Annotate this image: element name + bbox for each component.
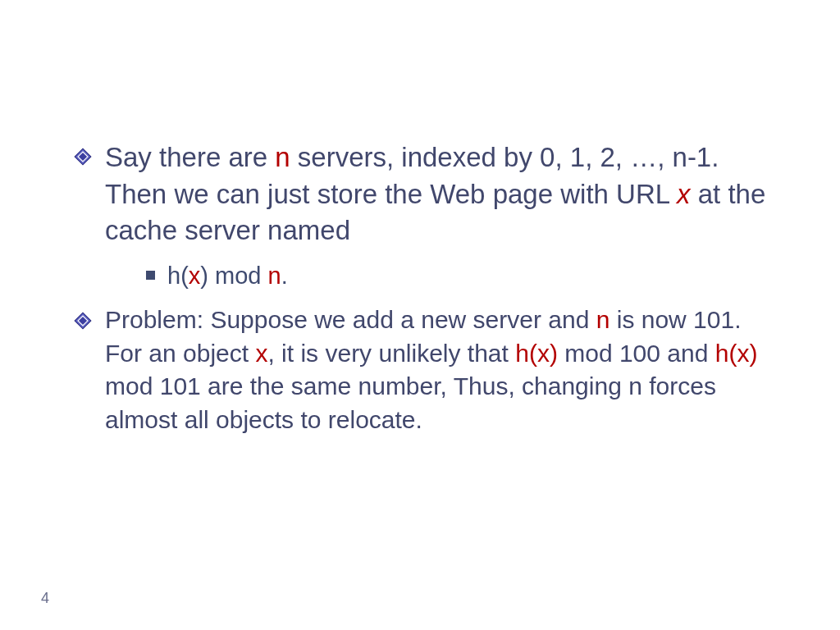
diamond-bullet-icon bbox=[74, 312, 92, 330]
s1-p3: . bbox=[281, 262, 288, 289]
bullet1-text: Say there are n servers, indexed by 0, 1… bbox=[105, 142, 765, 245]
b2-hx2: h(x) bbox=[715, 340, 758, 367]
s1-x: x bbox=[189, 262, 201, 289]
b2-p1: Problem: Suppose we add a new server and bbox=[105, 306, 596, 333]
main-bullet-list: Say there are n servers, indexed by 0, 1… bbox=[74, 139, 766, 436]
b2-x: x bbox=[255, 340, 267, 367]
b2-p3: , it is very unlikely that bbox=[267, 340, 515, 367]
s1-p1: h( bbox=[167, 262, 189, 289]
bullet-item-2: Problem: Suppose we add a new server and… bbox=[74, 304, 766, 436]
b2-hx1: h(x) bbox=[515, 340, 558, 367]
s1-p2: ) mod bbox=[200, 262, 267, 289]
b2-n1: n bbox=[596, 306, 610, 333]
diamond-bullet-icon bbox=[74, 148, 92, 166]
bullet-item-1: Say there are n servers, indexed by 0, 1… bbox=[74, 139, 766, 249]
page-number: 4 bbox=[41, 590, 49, 607]
sub-bullet-list: h(x) mod n. bbox=[74, 259, 766, 293]
bullet2-text: Problem: Suppose we add a new server and… bbox=[105, 306, 757, 433]
b2-p4: mod 100 and bbox=[558, 340, 715, 367]
sub-bullet-item-1: h(x) mod n. bbox=[146, 259, 766, 293]
b1-x: x bbox=[677, 179, 691, 209]
slide-body: Say there are n servers, indexed by 0, 1… bbox=[0, 0, 840, 630]
b1-n: n bbox=[275, 142, 290, 172]
square-bullet-icon bbox=[146, 271, 155, 280]
b2-p5: mod 101 are the same number, Thus, chang… bbox=[105, 372, 716, 433]
s1-n: n bbox=[267, 262, 281, 289]
b1-p1: Say there are bbox=[105, 142, 275, 172]
sub1-text: h(x) mod n. bbox=[167, 262, 288, 289]
